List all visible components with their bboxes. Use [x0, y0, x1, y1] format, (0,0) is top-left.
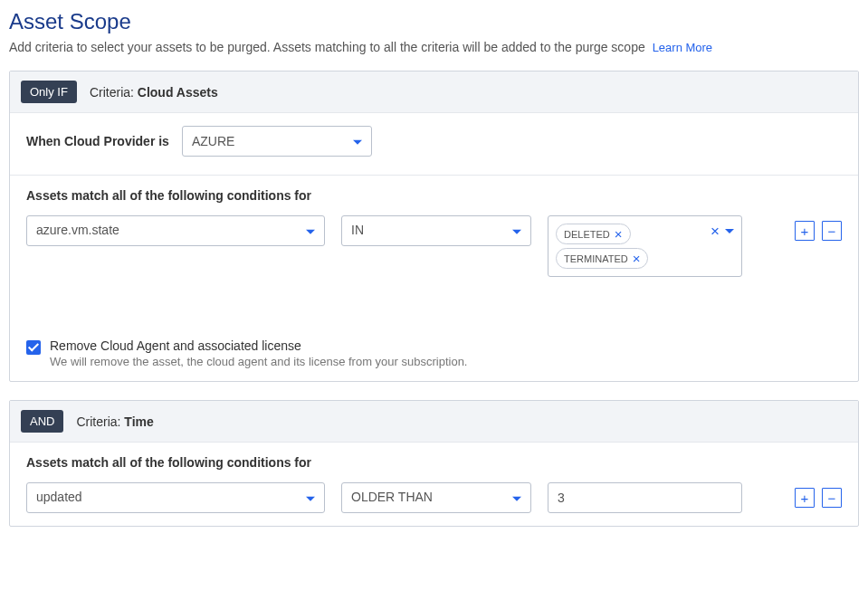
- remove-agent-sublabel: We will remove the asset, the cloud agen…: [50, 355, 467, 368]
- subtitle-text: Add criteria to select your assets to be…: [9, 40, 645, 54]
- remove-condition-button[interactable]: −: [822, 488, 842, 508]
- remove-tag-icon[interactable]: ×: [615, 227, 623, 241]
- page-subtitle: Add criteria to select your assets to be…: [9, 40, 859, 54]
- criteria-block-time: AND Criteria: Time Assets match all of t…: [9, 400, 859, 527]
- cloud-provider-dropdown[interactable]: AZURE: [182, 126, 372, 157]
- remove-agent-checkbox[interactable]: [26, 340, 41, 355]
- chevron-down-icon[interactable]: [725, 229, 734, 233]
- cloud-provider-label: When Cloud Provider is: [26, 134, 169, 148]
- add-condition-button[interactable]: +: [795, 488, 815, 508]
- condition-field-dropdown[interactable]: azure.vm.state: [26, 215, 325, 246]
- learn-more-link[interactable]: Learn More: [653, 41, 712, 54]
- and-badge: AND: [21, 410, 63, 433]
- condition-operator-dropdown[interactable]: IN: [341, 215, 531, 246]
- criteria-header: AND Criteria: Time: [10, 401, 858, 443]
- conditions-section-label: Assets match all of the following condit…: [26, 455, 842, 470]
- criteria-label: Criteria: Time: [76, 414, 153, 429]
- page-title: Asset Scope: [9, 9, 859, 34]
- clear-all-tags-icon[interactable]: ×: [711, 224, 720, 239]
- only-if-badge: Only IF: [21, 81, 77, 103]
- add-condition-button[interactable]: +: [795, 221, 815, 241]
- criteria-header: Only IF Criteria: Cloud Assets: [10, 71, 858, 113]
- remove-tag-icon[interactable]: ×: [633, 252, 641, 265]
- conditions-section-label: Assets match all of the following condit…: [26, 188, 842, 203]
- remove-agent-label: Remove Cloud Agent and associated licens…: [50, 338, 467, 353]
- condition-value-input[interactable]: [548, 482, 742, 513]
- criteria-label: Criteria: Cloud Assets: [90, 85, 218, 100]
- value-tag: DELETED ×: [556, 224, 631, 244]
- condition-operator-dropdown[interactable]: OLDER THAN: [341, 482, 531, 513]
- condition-field-dropdown[interactable]: updated: [26, 482, 325, 513]
- remove-condition-button[interactable]: −: [822, 221, 842, 241]
- condition-values-box[interactable]: DELETED × TERMINATED × ×: [548, 215, 742, 277]
- criteria-block-cloud-assets: Only IF Criteria: Cloud Assets When Clou…: [9, 71, 859, 382]
- value-tag: TERMINATED ×: [556, 248, 648, 269]
